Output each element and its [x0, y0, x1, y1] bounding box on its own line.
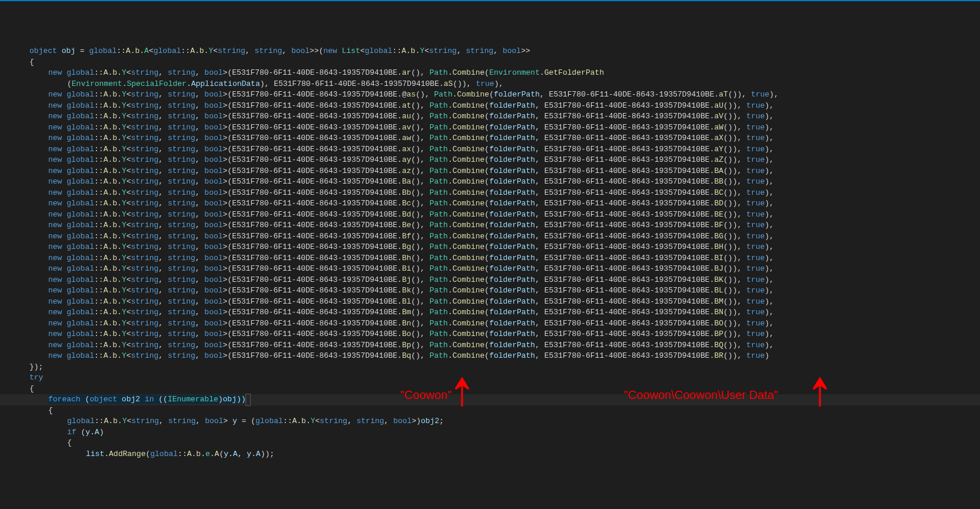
code-line: new global::A.b.Y<string, string, bool>(… — [0, 275, 980, 286]
code-line: }); — [0, 362, 980, 373]
code-line: new global::A.b.Y<string, string, bool>(… — [0, 231, 980, 242]
code-line: global::A.b.Y<string, string, bool> y = … — [0, 416, 980, 427]
code-line: new global::A.b.Y<string, string, bool>(… — [0, 220, 980, 231]
code-line: new global::A.b.Y<string, string, bool>(… — [0, 209, 980, 221]
code-line: object obj = global::A.b.A<global::A.b.Y… — [0, 46, 980, 57]
code-line: new global::A.b.Y<string, string, bool>(… — [0, 307, 980, 318]
code-line-cursor: foreach (object obj2 in ((IEnumerable)ob… — [0, 394, 980, 405]
code-line: new global::A.b.Y<string, string, bool>(… — [0, 144, 980, 155]
code-line: list.AddRange(global::A.b.e.A(y.A, y.A))… — [0, 449, 980, 460]
code-line: new global::A.b.Y<string, string, bool>(… — [0, 351, 980, 362]
code-line: new global::A.b.Y<string, string, bool>(… — [0, 264, 980, 275]
code-editor[interactable]: object obj = global::A.b.A<global::A.b.Y… — [0, 46, 980, 460]
code-line: new global::A.b.Y<string, string, bool>(… — [0, 318, 980, 330]
code-line: new global::A.b.Y<string, string, bool>(… — [0, 101, 980, 112]
code-line: new global::A.b.Y<string, string, bool>(… — [0, 188, 980, 199]
code-line: new global::A.b.Y<string, string, bool>(… — [0, 242, 980, 253]
code-line: new global::A.b.Y<string, string, bool>(… — [0, 177, 980, 188]
code-line: new global::A.b.Y<string, string, bool>(… — [0, 122, 980, 134]
code-line: (Environment.SpecialFolder.ApplicationDa… — [0, 79, 980, 90]
code-line: new global::A.b.Y<string, string, bool>(… — [0, 89, 980, 101]
code-line: new global::A.b.Y<string, string, bool>(… — [0, 68, 980, 79]
code-line: { — [0, 384, 980, 395]
code-line: new global::A.b.Y<string, string, bool>(… — [0, 111, 980, 122]
code-line: new global::A.b.Y<string, string, bool>(… — [0, 340, 980, 351]
code-line: new global::A.b.Y<string, string, bool>(… — [0, 285, 980, 297]
code-line: new global::A.b.Y<string, string, bool>(… — [0, 133, 980, 144]
code-line: new global::A.b.Y<string, string, bool>(… — [0, 166, 980, 177]
code-line: { — [0, 405, 980, 417]
code-line: new global::A.b.Y<string, string, bool>(… — [0, 198, 980, 209]
code-line: { — [0, 57, 980, 68]
code-line: { — [0, 438, 980, 449]
code-line: new global::A.b.Y<string, string, bool>(… — [0, 329, 980, 340]
code-line: new global::A.b.Y<string, string, bool>(… — [0, 253, 980, 264]
code-line: new global::A.b.Y<string, string, bool>(… — [0, 155, 980, 166]
code-line: if (y.A) — [0, 427, 980, 438]
code-line: try — [0, 372, 980, 384]
code-line: new global::A.b.Y<string, string, bool>(… — [0, 297, 980, 308]
